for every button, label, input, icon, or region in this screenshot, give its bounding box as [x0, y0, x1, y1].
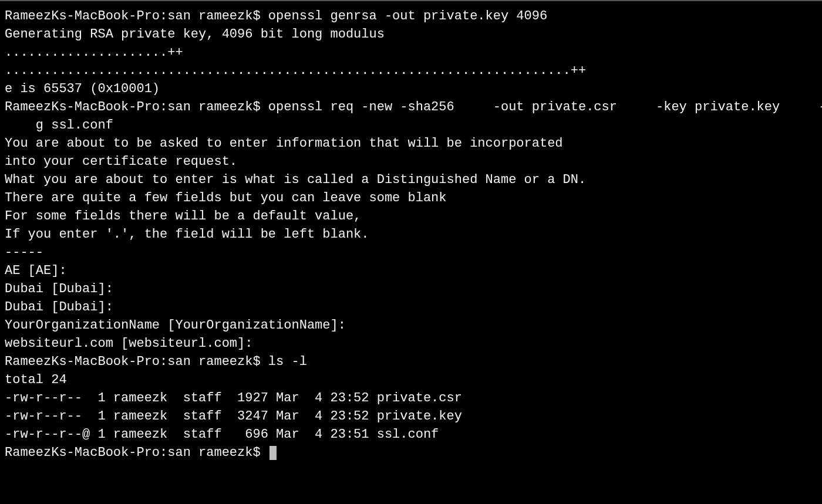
terminal-output-line: -rw-r--r-- 1 rameezk staff 1927 Mar 4 23…: [5, 389, 817, 407]
terminal-output-line: total 24: [5, 371, 817, 389]
terminal-output-line: e is 65537 (0x10001): [5, 80, 817, 98]
terminal-output-line: websiteurl.com [websiteurl.com]:: [5, 334, 817, 353]
terminal-output-line: Dubai [Dubai]:: [5, 298, 817, 316]
terminal-output-line: What you are about to enter is what is c…: [5, 171, 817, 189]
terminal-prompt-line: RameezKs-MacBook-Pro:san rameezk$ openss…: [5, 98, 817, 116]
terminal-output-line: -----: [5, 243, 817, 262]
terminal-prompt-line: RameezKs-MacBook-Pro:san rameezk$ openss…: [5, 7, 817, 25]
terminal-prompt-line: RameezKs-MacBook-Pro:san rameezk$ ls -l: [5, 353, 817, 371]
terminal-output-line: into your certificate request.: [5, 153, 817, 171]
terminal-output-line: There are quite a few fields but you can…: [5, 189, 817, 207]
terminal-output-line: You are about to be asked to enter infor…: [5, 134, 817, 153]
terminal-cursor: [269, 446, 277, 460]
terminal-output-line: ........................................…: [5, 62, 817, 80]
terminal-output-line: Dubai [Dubai]:: [5, 280, 817, 298]
terminal-output-line: For some fields there will be a default …: [5, 207, 817, 225]
terminal-output-line: If you enter '.', the field will be left…: [5, 225, 817, 243]
terminal-output-line: .....................++: [5, 43, 817, 62]
terminal-output-line: Generating RSA private key, 4096 bit lon…: [5, 25, 817, 43]
terminal-prompt-line: RameezKs-MacBook-Pro:san rameezk$: [5, 444, 817, 462]
terminal-output-line: YourOrganizationName [YourOrganizationNa…: [5, 316, 817, 334]
terminal-output-line: AE [AE]:: [5, 262, 817, 280]
terminal-output-line: g ssl.conf: [5, 116, 817, 134]
terminal-output-line: -rw-r--r-- 1 rameezk staff 3247 Mar 4 23…: [5, 407, 817, 425]
terminal-output-line: -rw-r--r--@ 1 rameezk staff 696 Mar 4 23…: [5, 425, 817, 444]
terminal-window[interactable]: RameezKs-MacBook-Pro:san rameezk$ openss…: [0, 0, 822, 504]
